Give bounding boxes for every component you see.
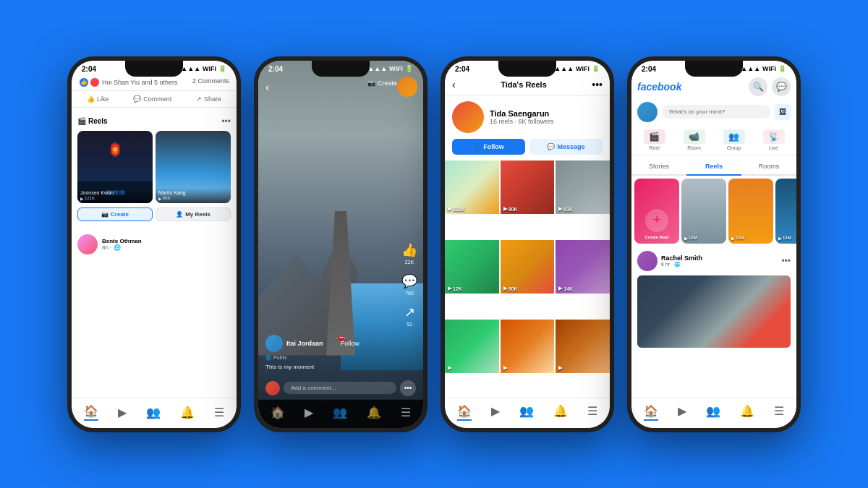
comment-icon-reel: 💬 [401, 273, 417, 289]
play-icon-3: ▶ [778, 236, 782, 241]
menu-nav[interactable]: ☰ [214, 406, 224, 419]
friends-nav[interactable]: 👥 [146, 406, 161, 419]
video-nav-2[interactable]: ▶ [305, 406, 313, 419]
time-3: 2:04 [455, 65, 469, 73]
grid-item-7[interactable]: ▶ [445, 320, 499, 374]
like-action[interactable]: 👍 22K [401, 242, 417, 265]
comment-action[interactable]: 💬 780 [401, 273, 417, 296]
profile-action-row: 👤 Follow 💬 Message [445, 139, 610, 160]
back-button-3[interactable]: ‹ [452, 79, 456, 90]
globe-icon: 🌐 [265, 355, 272, 361]
follow-label[interactable]: Follow [341, 340, 359, 347]
reel-feed-1[interactable]: ▶12M [681, 179, 726, 244]
reel-count-1: 121K [85, 196, 95, 200]
grid-item-4[interactable]: ▶12K [445, 240, 499, 294]
video-nav[interactable]: ▶ [118, 406, 127, 419]
feed-actions: 🎬 Reel 📹 Room 👥 Group 📡 Live [631, 127, 796, 155]
reels-label: Reels [88, 117, 108, 125]
menu-nav-2[interactable]: ☰ [401, 406, 411, 419]
tab-stories[interactable]: Stories [631, 158, 686, 174]
feed-header: facebook 🔍 💬 [631, 74, 796, 99]
friends-nav-3[interactable]: 👥 [519, 404, 534, 421]
group-action[interactable]: 👥 Group [723, 129, 745, 150]
grid-item-1[interactable]: ▶121K [445, 160, 499, 215]
grid-item-5[interactable]: ▶80K [501, 240, 555, 294]
create-button[interactable]: 📷 Create [77, 207, 153, 221]
grid-item-2[interactable]: ▶90K [501, 160, 555, 215]
notch-1 [125, 61, 183, 77]
reel-info: Itai Jordaan ✓ · Follow 🌐 Public This is… [265, 335, 387, 370]
home-nav-2[interactable]: 🏠 [271, 406, 285, 419]
message-button[interactable]: 💬 Message [529, 139, 603, 155]
like-icon-reel: 👍 [401, 242, 417, 258]
bell-nav-4[interactable]: 🔔 [740, 404, 754, 421]
more-icon[interactable]: ••• [221, 116, 231, 127]
time-1: 2:04 [82, 65, 96, 73]
search-button[interactable]: 🔍 [749, 77, 767, 96]
notch-3 [498, 61, 556, 77]
like-button[interactable]: 👍 Like [82, 94, 114, 104]
home-nav[interactable]: 🏠 [84, 404, 98, 421]
reel-item-1[interactable]: 🏮 👥👥👥 Joonseo Kwon ▶121K [77, 131, 153, 203]
post-more-icon[interactable]: ••• [781, 256, 791, 266]
more-options-button[interactable]: ••• [400, 380, 416, 396]
grid-item-3[interactable]: ▶81K [556, 160, 610, 215]
room-action[interactable]: 📹 Room [684, 129, 705, 150]
menu-nav-4[interactable]: ☰ [774, 404, 784, 421]
right-actions: 👍 22K 💬 780 ↗ 52 [401, 242, 417, 327]
create-reel-item[interactable]: + Create Reel [634, 179, 679, 244]
reels-grid: 🏮 👥👥👥 Joonseo Kwon ▶121K Martin Kang ▶88… [77, 131, 231, 203]
comment-icon: 💬 [133, 95, 141, 103]
post-avatar [77, 234, 98, 254]
reel-action[interactable]: 🎬 Reel [644, 129, 665, 150]
bell-nav-3[interactable]: 🔔 [553, 404, 568, 421]
post-preview: Bente Othman 8h · 🌐 [72, 230, 237, 259]
status-input[interactable]: What's on your mind? [662, 105, 770, 119]
reels-icon: 🎬 [77, 117, 86, 125]
phone-1: 2:04 ▲▲▲ WiFi 🔋 👍 ❤️ Hoi Shan Yiu and 5 … [67, 56, 241, 432]
bell-nav-2[interactable]: 🔔 [367, 406, 381, 419]
bell-nav[interactable]: 🔔 [180, 406, 195, 419]
reel-item-2[interactable]: Martin Kang ▶88K [156, 131, 231, 203]
reel-username: Itai Jordaan [286, 340, 323, 347]
tab-rooms[interactable]: Rooms [741, 158, 796, 174]
friends-nav-4[interactable]: 👥 [706, 404, 720, 421]
home-nav-3[interactable]: 🏠 [457, 404, 472, 421]
share-count: 52 [407, 322, 412, 327]
comment-button[interactable]: 💬 Comment [129, 94, 176, 104]
bottom-nav-1: 🏠 ▶ 👥 🔔 ☰ [72, 398, 237, 428]
create-reel-button[interactable]: 📷 Create [367, 80, 397, 87]
follow-button[interactable]: 👤 Follow [452, 139, 525, 155]
post-card: Rachel Smith 8 hr · 🌐 ••• [631, 247, 796, 352]
my-reels-button[interactable]: 👤 My Reels [156, 207, 231, 221]
share-button[interactable]: ↗ Share [192, 94, 226, 104]
play-icon-2: ▶ [731, 236, 735, 241]
friends-nav-2[interactable]: 👥 [333, 406, 347, 419]
heart-emoji: ❤️ [90, 77, 100, 87]
grid-item-8[interactable]: ▶ [501, 320, 555, 374]
reel-feed-3[interactable]: ▶12M [775, 179, 796, 244]
grid-item-9[interactable]: ▶ [556, 320, 610, 374]
live-action[interactable]: 📡 Live [763, 129, 785, 150]
create-icon: 📷 [101, 211, 109, 218]
video-nav-3[interactable]: ▶ [491, 404, 500, 421]
comment-count: 780 [405, 291, 414, 296]
comment-input[interactable]: Add a comment... [284, 382, 396, 394]
share-action[interactable]: ↗ 52 [404, 304, 415, 327]
reel-feed-2[interactable]: ▶12M [728, 179, 773, 244]
user-avatar-top[interactable] [397, 77, 417, 97]
tab-reels[interactable]: Reels [686, 158, 741, 176]
video-nav-4[interactable]: ▶ [678, 404, 686, 421]
messenger-button[interactable]: 💬 [772, 77, 791, 96]
profile-title: Tida's Reels [501, 80, 547, 89]
notch-4 [685, 61, 743, 77]
more-icon-3[interactable]: ••• [592, 79, 603, 90]
grid-item-6[interactable]: ▶14K [556, 240, 610, 294]
menu-nav-3[interactable]: ☰ [587, 404, 597, 421]
home-nav-4[interactable]: 🏠 [644, 404, 658, 421]
photo-icon[interactable]: 🖼 [775, 104, 791, 120]
share-icon: ↗ [196, 95, 202, 103]
follow-icon: 👤 [473, 143, 481, 150]
back-button[interactable]: ‹ [265, 81, 269, 94]
reels-section: 🎬 Reels ••• 🏮 👥👥👥 Joonseo Kwon ▶121K [72, 112, 237, 226]
